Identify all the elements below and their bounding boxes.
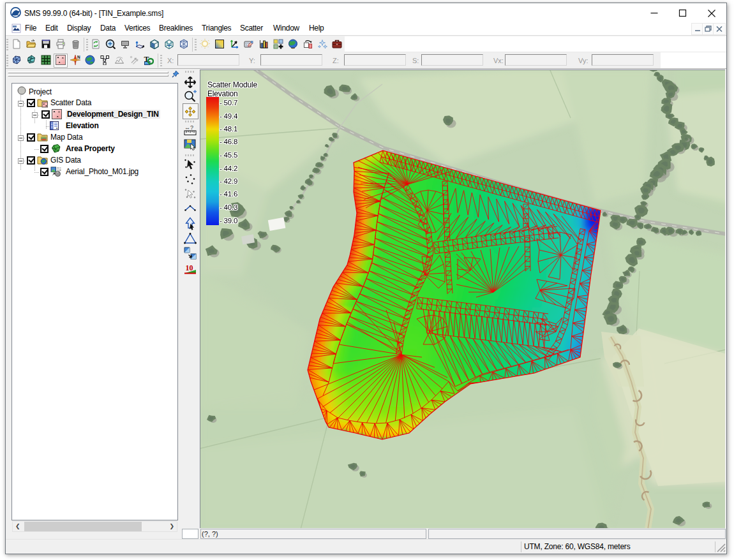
svg-text:N: N bbox=[77, 55, 80, 59]
svg-text:10: 10 bbox=[186, 263, 193, 272]
svg-text:↔?: ↔? bbox=[184, 124, 193, 131]
